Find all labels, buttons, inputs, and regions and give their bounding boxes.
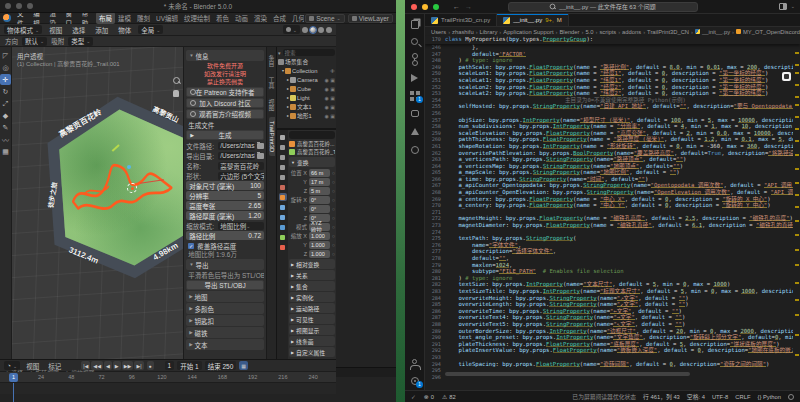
next-key-button[interactable]: ▶▶	[122, 361, 134, 370]
button-导出 STL/OBJ[interactable]: 导出 STL/OBJ	[186, 280, 264, 290]
current-frame-field[interactable]: 1	[165, 361, 175, 370]
move-gizmo[interactable]	[180, 47, 183, 79]
workspace-tab-布局[interactable]: 布局	[96, 12, 115, 24]
workspace-tab-渲染[interactable]: 渲染	[251, 12, 270, 24]
scene-selector[interactable]: Scene⌄	[305, 14, 345, 23]
workspace-tab-建模[interactable]: 建模	[115, 12, 134, 24]
checkbox-覆盖路径高度[interactable]: ✓覆盖路径高度	[186, 241, 264, 250]
slider-高度夸张[interactable]: 高度夸张2.65	[186, 201, 264, 210]
panel-section-钥匙扣[interactable]: ▶钥匙扣	[186, 315, 264, 326]
row-value[interactable]: 1.000	[309, 250, 330, 258]
properties-tab-7[interactable]	[279, 203, 287, 211]
lock-icon[interactable]: ○	[332, 197, 335, 203]
lock-icon[interactable]: ○	[332, 206, 335, 212]
sidebar-tab-条目[interactable]: 条目	[267, 51, 276, 71]
button-生成[interactable]: ▶生成	[186, 130, 264, 140]
folder-icon[interactable]	[257, 153, 264, 159]
field-value[interactable]: /Users/zhas...97 (1).gpx	[218, 142, 255, 150]
cursor-icon[interactable]: ◎	[0, 62, 11, 73]
breadcrumb-item[interactable]: Application Support	[503, 29, 553, 35]
autokey-button[interactable]: ●	[147, 361, 154, 370]
breadcrumb-item[interactable]: Library	[480, 29, 498, 35]
breadcrumb-item[interactable]: TrailPrint3D_CN	[647, 29, 689, 35]
row-value[interactable]: 1.000	[309, 232, 330, 240]
lock-icon[interactable]: ○	[332, 170, 335, 176]
panel-section-多颜色[interactable]: ▶多颜色	[186, 303, 264, 314]
editor-tab-TrailPrint3D_cn.py[interactable]: TrailPrint3D_cn.py	[425, 14, 497, 26]
panel-section-磁铁[interactable]: ▶磁铁	[186, 327, 264, 338]
properties-tab-0[interactable]	[279, 133, 287, 141]
properties-tab-1[interactable]	[279, 143, 287, 151]
testing-icon[interactable]	[409, 126, 420, 137]
section-关系[interactable]: ▶关系	[289, 270, 335, 280]
folder-icon[interactable]	[257, 143, 264, 149]
rotate-icon[interactable]: ↻	[0, 86, 11, 97]
section-线条画[interactable]: ▶线条画	[289, 336, 335, 346]
filter-icon[interactable]: ▾	[278, 50, 281, 56]
horizontal-scrollbar[interactable]	[445, 372, 690, 376]
annotate-icon[interactable]: ✎	[0, 122, 11, 133]
breadcrumb-item[interactable]: zhashifu	[452, 29, 474, 35]
code-area[interactable]: 246 },247 default='FACTOR'248 ) # type: …	[425, 44, 793, 382]
workspace-tab-几何节点[interactable]: 几何节点	[289, 12, 304, 24]
breadcrumb-item[interactable]: addons	[622, 29, 641, 35]
shading-rendered-icon[interactable]	[326, 27, 332, 33]
playhead[interactable]: 1	[9, 373, 18, 382]
cursor-position[interactable]: 行 461，列 43	[643, 392, 680, 401]
settings-icon[interactable]: 1	[409, 375, 420, 386]
panel-section-文本[interactable]: ▶文本	[186, 339, 264, 350]
play-reverse-button[interactable]: ◀	[104, 361, 112, 370]
outliner-root[interactable]: 场景集合	[278, 57, 335, 66]
breadcrumb[interactable]: Users›zhashifu›Library›Application Suppo…	[425, 27, 800, 36]
properties-tab-4[interactable]	[279, 173, 287, 181]
breadcrumb-item[interactable]: Blender	[560, 29, 580, 35]
snap-type-select[interactable]: 类型⌄	[68, 37, 93, 46]
sidebar-tab-TrailPrint3D[interactable]: TrailPrint3D	[269, 117, 275, 156]
select-value[interactable]: 地图比例 ⌄	[218, 222, 264, 230]
outliner-collection[interactable]: ▾Collection👁	[278, 66, 335, 75]
play-button[interactable]: ▶	[113, 361, 121, 370]
search-icon[interactable]	[409, 36, 420, 47]
lock-icon[interactable]: ○	[332, 233, 335, 239]
eol-status[interactable]: CRLF	[735, 394, 750, 400]
transform-icon[interactable]: ◆	[0, 110, 11, 121]
chat-icon[interactable]	[409, 108, 420, 119]
explorer-icon[interactable]	[409, 18, 420, 29]
language-mode[interactable]: {} Python	[757, 394, 781, 400]
workspace-tab-动画[interactable]: 动画	[232, 12, 251, 24]
row-value[interactable]: XYZ 欧拉	[309, 223, 330, 231]
section-视图显示[interactable]: ▶视图显示	[289, 325, 335, 335]
frame-end-field[interactable]: 结束 250	[205, 361, 237, 370]
nav-forward-icon[interactable]: →	[465, 3, 472, 10]
outliner-item-Cube[interactable]: ▸Cube◉ ▣	[278, 84, 335, 93]
panel-section-导出[interactable]: ▼导出	[186, 259, 264, 270]
lock-icon[interactable]: ○	[332, 215, 335, 221]
encoding-status[interactable]: UTF-8	[712, 394, 728, 400]
section-实例化[interactable]: ▶实例化	[289, 292, 335, 302]
slider-路径厚度 (毫米)[interactable]: 路径厚度 (毫米)1.20	[186, 211, 264, 220]
workspace-tab-雕刻[interactable]: 雕刻	[134, 12, 153, 24]
notifications-bell-icon[interactable]	[788, 394, 794, 400]
viewlayer-selector[interactable]: ViewLayer	[348, 14, 393, 23]
language-status[interactable]: 已为屏幕阅读器优化状态	[572, 392, 636, 401]
viewport-menu-物体[interactable]: 物体	[115, 24, 134, 36]
row-value[interactable]: 17 m	[309, 178, 330, 186]
orientation-dropdown[interactable]: 全局⌄	[138, 25, 163, 34]
sticky-scroll-line[interactable]: 170class MyProperties(bpy.types.Property…	[425, 36, 800, 44]
properties-tab-9[interactable]	[279, 223, 287, 231]
shading-wireframe-icon[interactable]	[302, 27, 308, 33]
sidebar-tab-视图[interactable]: 视图	[267, 95, 276, 115]
properties-tab-8[interactable]	[279, 213, 287, 221]
section-transform[interactable]: ▼变换	[289, 157, 335, 167]
lock-icon[interactable]: ○	[332, 242, 335, 248]
workspace-tab-纹理绘制[interactable]: 纹理绘制	[181, 12, 213, 24]
lock-icon[interactable]: ○	[332, 224, 335, 230]
workspace-tab-UV编辑[interactable]: UV编辑	[153, 12, 181, 24]
slider-对象尺寸 (毫米)[interactable]: 对象尺寸 (毫米)100	[186, 181, 264, 190]
outliner-item-地形1[interactable]: ▸地形1◉ ▣	[278, 111, 335, 120]
row-value[interactable]: 0°	[309, 196, 330, 204]
problems-errors[interactable]: ⊗0	[424, 394, 434, 400]
panel-section-地图[interactable]: ▶地图	[186, 291, 264, 302]
overview-ruler[interactable]	[793, 44, 800, 382]
properties-tab-11[interactable]	[279, 243, 287, 251]
